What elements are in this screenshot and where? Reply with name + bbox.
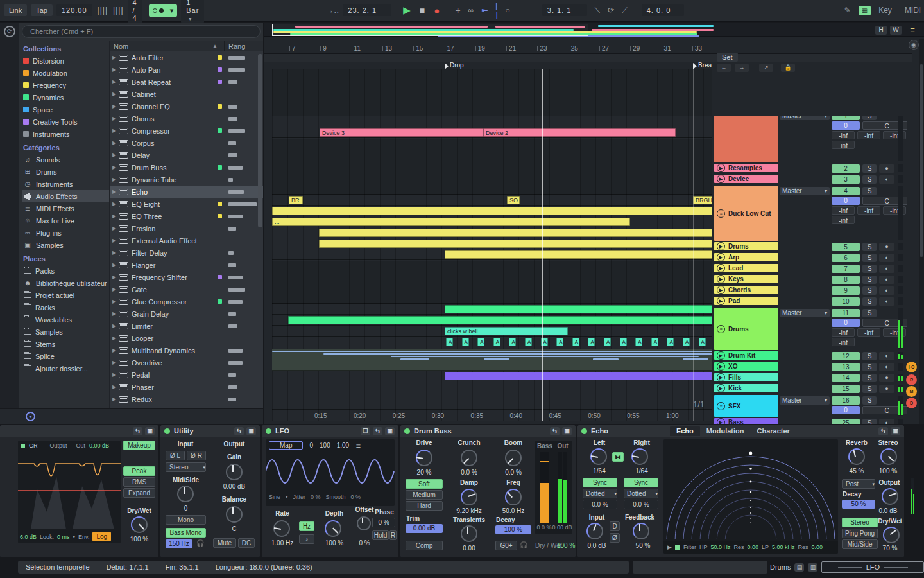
clip[interactable]: A [588,338,595,346]
channel-mode-menu[interactable]: Stereo ▾ [166,462,206,472]
track-name[interactable]: ▶XO [714,362,778,371]
hot-swap-icon[interactable]: ⇆ [234,427,244,435]
feedback-knob[interactable] [633,523,649,539]
solo-button[interactable]: S [862,385,877,393]
arrangement-position-field[interactable]: 23. 2. 1 [343,4,391,16]
sidebar-item-samples[interactable]: ▣Samples [22,239,109,251]
arm-button[interactable]: ◐ [879,286,894,295]
solo-button[interactable]: S [862,116,877,120]
track-number[interactable]: 11 [832,309,860,317]
expand-arrow-icon[interactable]: ▶ [110,262,119,268]
lookahead-value[interactable]: 0 ms [57,534,70,540]
res2-value[interactable]: 0.00 [812,544,823,550]
arm-button[interactable]: ◐ [879,419,894,424]
track-number[interactable]: 10 [832,297,860,306]
clip[interactable]: A [635,338,642,346]
sidebar-item-ajouter-dossier-[interactable]: Ajouter dossier... [22,362,109,374]
midi-map-button[interactable]: MIDI [905,6,921,15]
track-header-chords[interactable]: ▶Chords9S◐ [714,286,907,295]
expand-arrow-icon[interactable]: ▶ [110,201,119,207]
track-number[interactable]: 13 [832,363,860,371]
hold-button[interactable]: Hold [372,530,389,540]
punch-out-icon[interactable]: ⟋ [622,6,627,15]
track-name[interactable]: ▶Keys [714,275,778,283]
follow-icon[interactable]: →‥ [326,6,339,15]
browser-row[interactable]: ▶Filter Delay [110,247,263,259]
browser-row[interactable]: ▶Redux [110,393,263,405]
rate-value[interactable]: 1.00 Hz [267,539,298,547]
solo-button[interactable]: S [862,243,877,251]
arm-button[interactable]: ◐ [879,265,894,273]
link-button[interactable]: Link [4,4,27,16]
metronome-toggle[interactable]: ▾ [149,4,178,17]
arrangement-scrollbar[interactable] [919,39,924,424]
sidebar-item-splice[interactable]: Splice [22,350,109,362]
clip-canvas[interactable]: Device 3Device 2BRSOBRGHT......clicks w … [272,69,712,421]
phase-value[interactable]: 0 % [372,518,395,527]
browser-row[interactable]: ▶Corpus [110,137,263,149]
clip-row-pad[interactable] [272,250,712,260]
play-icon[interactable]: ▶ [717,275,725,283]
drive-knob[interactable] [416,450,432,466]
soft-button[interactable]: Soft [406,479,443,489]
track-name[interactable]: ▶Fills [714,373,778,381]
midside-knob[interactable] [177,486,194,502]
balance-value[interactable]: C [213,525,255,532]
arm-button[interactable]: ◐ [879,363,894,371]
solo-button[interactable]: S [862,396,877,405]
solo-button[interactable]: S [862,276,877,284]
clip-row-chords[interactable] [272,240,712,249]
reverb-position-menu[interactable]: Post▾ [842,479,875,489]
group-icon[interactable]: ≡ [717,325,725,333]
clip[interactable]: A [556,338,563,346]
browser-row[interactable]: ▶Pedal [110,369,263,381]
sidebar-item-audio-effects[interactable]: Audio Effects [22,190,109,202]
expand-arrow-icon[interactable]: ▶ [110,116,119,121]
track-header-xo[interactable]: ▶XO13S◐ [714,362,907,372]
pan-value[interactable]: 0 [832,406,860,414]
time-signature-field[interactable]: 4 / 4 [128,0,142,24]
expand-arrow-icon[interactable]: ▶ [110,286,119,292]
crunch-knob[interactable] [461,450,477,466]
browser-row[interactable]: ▶Overdrive [110,356,263,369]
punch-in-icon[interactable]: ⟍ [595,6,600,15]
play-icon[interactable]: ▶ [717,418,725,424]
device-on-toggle[interactable] [404,428,410,434]
arm-button[interactable]: ◐ [879,297,894,306]
pan-value[interactable]: 0 [832,197,860,205]
track-number[interactable]: 4 [832,187,860,195]
lfo-titlebar[interactable]: LFO ❐⇆▣ [262,425,398,437]
play-icon[interactable]: ▶ [717,297,725,305]
track-name[interactable]: ▶Lead [714,264,778,272]
solo-button[interactable]: S [862,175,877,184]
crunch-value[interactable]: 0.0 % [448,469,490,476]
send-b[interactable]: -inf [832,216,855,224]
track-name[interactable]: ▶Chords [714,286,778,294]
expand-arrow-icon[interactable]: ▶ [110,189,119,195]
list-header[interactable]: Nom ▲ Rang [110,41,263,51]
tab-echo[interactable]: Echo [670,426,700,436]
sidebar-item-frequency[interactable]: Frequency [22,79,109,91]
clip[interactable]: ... [272,218,630,226]
track-header-drums[interactable]: ▶Drums5S● [714,242,907,252]
decay-value[interactable]: 100 % [495,525,531,534]
computer-midi-keyboard-icon[interactable]: ▦ [859,6,871,15]
save-preset-icon[interactable]: ▣ [145,427,155,435]
phase-right-button[interactable]: Ø R [187,451,206,460]
track-name[interactable]: ▶Arp [714,253,778,261]
browser-row[interactable]: ▶Erosion [110,222,263,234]
tap-button[interactable]: Tap [31,4,53,16]
clip[interactable]: A [604,338,611,346]
reverb-decay-value[interactable]: 50 % [842,500,875,509]
right-sync-mode-menu[interactable]: Dotted▾ [624,489,658,498]
clip-row-duck-low-cut[interactable] [272,139,712,195]
filter-on-checkbox[interactable] [675,545,680,550]
stereo-width-knob[interactable] [880,448,897,465]
track-name[interactable]: ≡SFX [714,395,778,417]
back-to-arrangement-icon[interactable]: ⇤ [481,6,488,15]
send-0[interactable]: -inf [832,328,855,337]
group-routing-menu[interactable]: Master ▾ [780,309,830,317]
draw-mode-icon[interactable]: ✎ [844,6,851,15]
browser-row[interactable]: ▶Grain Delay [110,308,263,320]
expand-arrow-icon[interactable]: ▶ [110,311,119,317]
